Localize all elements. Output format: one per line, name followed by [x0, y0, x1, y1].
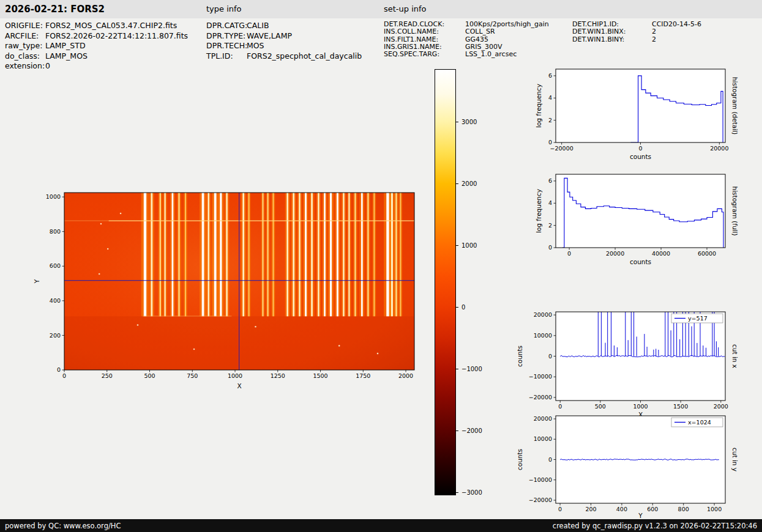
svg-text:cut in y: cut in y — [731, 448, 739, 471]
file-info-row-origfile: ORIGFILE:FORS2_MOS_CAL053.47.CHIP2.fits — [5, 21, 188, 31]
colorbar-tick — [456, 492, 458, 493]
rawtype-value: LAMP_STD — [45, 41, 86, 50]
file-info-row-extension: extension:0 — [5, 61, 188, 72]
svg-text:histogram (detail): histogram (detail) — [731, 77, 739, 135]
histogram-full-plot: 02000040000600000246countslog frequencyh… — [517, 169, 745, 275]
type-info-row-tplid: TPL.ID:FORS2_specphot_cal_daycalib — [206, 51, 362, 62]
colorbar-gradient — [435, 69, 456, 495]
svg-text:0: 0 — [548, 139, 552, 146]
type-info-row-type: DPR.TYPE:WAVE,LAMP — [206, 31, 362, 42]
biny-value: 2 — [652, 35, 656, 43]
cut_y-svg: 02004006008001000−20000−1000001000020000… — [517, 410, 745, 523]
svg-text:60000: 60000 — [698, 250, 716, 257]
file-info-row-doclass: do_class:LAMP_MOS — [5, 51, 188, 62]
svg-text:400: 400 — [616, 506, 627, 512]
histogram-detail-plot: −200000200000246countslog frequencyhisto… — [517, 64, 745, 169]
svg-text:0: 0 — [548, 353, 552, 360]
svg-text:0: 0 — [548, 244, 552, 251]
doclass-value: LAMP_MOS — [45, 51, 88, 61]
svg-text:y=517: y=517 — [688, 315, 708, 322]
svg-text:20000: 20000 — [606, 250, 624, 257]
svg-text:1250: 1250 — [271, 372, 285, 379]
svg-text:1000: 1000 — [46, 193, 61, 200]
extension-label: extension: — [5, 61, 45, 72]
type-info-heading: type info — [206, 0, 242, 18]
svg-text:20000: 20000 — [534, 415, 552, 422]
colorbar-tick — [456, 307, 458, 308]
coll-label: INS.COLL.NAME: — [384, 28, 465, 35]
svg-text:−10000: −10000 — [529, 476, 552, 483]
dpr-tech-label: DPR.TECH: — [206, 41, 247, 51]
raw-image-plot: 0250500750100012501500175020000200400600… — [24, 176, 431, 407]
doclass-label: do_class: — [5, 51, 45, 62]
arcfile-value: FORS2.2026-02-22T14:12:11.807.fits — [45, 31, 188, 40]
colorbar-tick — [456, 245, 458, 246]
gris-value: GRIS_300V — [465, 43, 502, 51]
svg-text:500: 500 — [595, 403, 606, 410]
svg-text:0: 0 — [567, 250, 571, 257]
dpr-type-value: WAVE,LAMP — [247, 31, 292, 40]
footer-left-text: powered by QC: www.eso.org/HC — [5, 522, 121, 530]
svg-text:counts: counts — [517, 345, 523, 367]
qc-report-page: 2026-02-21: FORS2 type info set-up info … — [0, 0, 762, 532]
svg-text:750: 750 — [187, 372, 198, 379]
colorbar-tick — [456, 430, 458, 431]
header-bar: 2026-02-21: FORS2 type info set-up info — [0, 0, 762, 18]
dpr-type-label: DPR.TYPE: — [206, 31, 247, 42]
binx-value: 2 — [652, 28, 656, 35]
svg-text:1000: 1000 — [707, 506, 722, 512]
binx-label: DET.WIN1.BINX: — [572, 28, 652, 35]
colorbar-tick-label: 3000 — [461, 118, 477, 125]
svg-text:250: 250 — [102, 372, 113, 379]
origfile-label: ORIGFILE: — [5, 21, 45, 31]
colorbar-tick — [456, 369, 458, 369]
setup-row-spectarg: SEQ.SPEC.TARG:LSS_1.0_arcsec — [384, 51, 549, 58]
svg-text:600: 600 — [50, 262, 61, 269]
svg-text:0: 0 — [62, 372, 66, 379]
setup-info-left-block: DET.READ.CLOCK:100Kps/2ports/high_gain I… — [384, 21, 549, 58]
svg-text:40000: 40000 — [652, 250, 670, 257]
svg-text:1500: 1500 — [673, 403, 688, 410]
svg-text:log frequency: log frequency — [535, 84, 542, 128]
svg-text:1000: 1000 — [633, 403, 648, 410]
svg-text:2: 2 — [548, 117, 552, 124]
svg-text:10000: 10000 — [534, 332, 552, 339]
colorbar-tick-label: 1000 — [461, 242, 477, 248]
svg-text:600: 600 — [647, 506, 658, 512]
type-info-row-catg: DPR.CATG:CALIB — [206, 21, 362, 31]
rawtype-label: raw_type: — [5, 41, 45, 51]
svg-text:1750: 1750 — [356, 372, 370, 379]
svg-text:0: 0 — [57, 366, 61, 373]
svg-text:2000: 2000 — [398, 372, 413, 379]
dpr-catg-value: CALIB — [247, 21, 269, 30]
svg-text:400: 400 — [50, 297, 61, 304]
file-info-block: ORIGFILE:FORS2_MOS_CAL053.47.CHIP2.fits … — [5, 21, 188, 72]
svg-text:x=1024: x=1024 — [688, 419, 711, 426]
hist_detail-svg: −200000200000246countslog frequencyhisto… — [517, 64, 745, 169]
type-info-block: DPR.CATG:CALIB DPR.TYPE:WAVE,LAMP DPR.TE… — [206, 21, 362, 61]
file-info-row-arcfile: ARCFILE:FORS2.2026-02-22T14:12:11.807.fi… — [5, 31, 188, 42]
raw_image-svg: 0250500750100012501500175020000200400600… — [24, 176, 431, 407]
filt-value: GG435 — [465, 35, 488, 43]
svg-text:2: 2 — [548, 222, 552, 229]
svg-text:4: 4 — [548, 94, 552, 101]
svg-text:10000: 10000 — [534, 435, 552, 442]
type-info-row-tech: DPR.TECH:MOS — [206, 41, 362, 51]
colorbar-tick — [456, 183, 458, 184]
svg-text:800: 800 — [50, 228, 61, 235]
svg-text:6: 6 — [548, 72, 552, 79]
setup-info-heading: set-up info — [384, 0, 427, 18]
svg-text:6: 6 — [548, 177, 552, 184]
svg-text:counts: counts — [630, 258, 651, 265]
cut-in-y-plot: 02004006008001000−20000−1000001000020000… — [517, 410, 745, 523]
svg-text:1000: 1000 — [228, 372, 242, 379]
colorbar-tick-label: −1000 — [461, 365, 482, 372]
footer-right-text: created by qc_rawdisp.py v1.2.3 on 2026-… — [553, 522, 757, 530]
footer-bar: powered by QC: www.eso.org/HC created by… — [0, 519, 762, 532]
svg-text:20000: 20000 — [710, 145, 728, 152]
svg-text:200: 200 — [50, 332, 61, 339]
hist_full-svg: 02000040000600000246countslog frequencyh… — [517, 169, 745, 275]
spectarg-label: SEQ.SPEC.TARG: — [384, 51, 465, 58]
biny-label: DET.WIN1.BINY: — [572, 36, 652, 43]
origfile-value: FORS2_MOS_CAL053.47.CHIP2.fits — [45, 21, 177, 30]
